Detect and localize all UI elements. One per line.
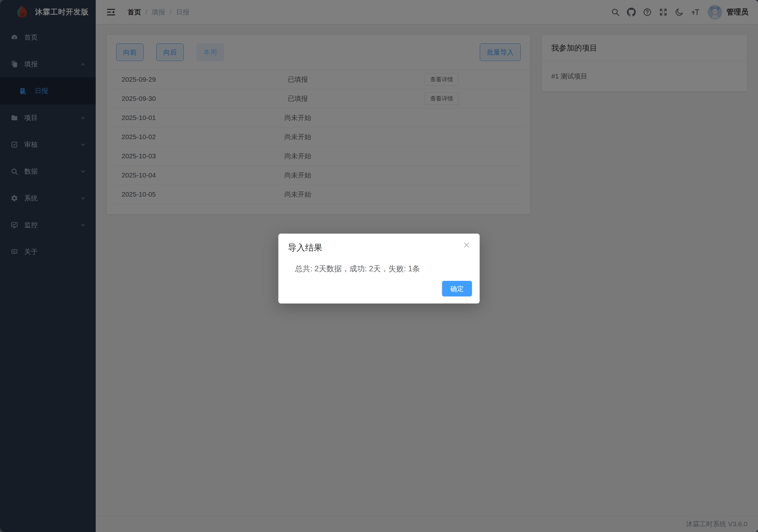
dialog-header: 导入结果	[279, 233, 480, 253]
dialog-title: 导入结果	[288, 242, 323, 253]
close-icon[interactable]	[463, 241, 471, 249]
dialog-body-text: 总共: 2天数据，成功: 2天，失败: 1条	[279, 253, 480, 278]
app-window: 沐霖工时开发版 首页 填报	[0, 0, 758, 532]
import-result-dialog: 导入结果 总共: 2天数据，成功: 2天，失败: 1条 确定	[279, 233, 480, 303]
dialog-footer: 确定	[279, 278, 480, 303]
confirm-button[interactable]: 确定	[442, 281, 472, 297]
